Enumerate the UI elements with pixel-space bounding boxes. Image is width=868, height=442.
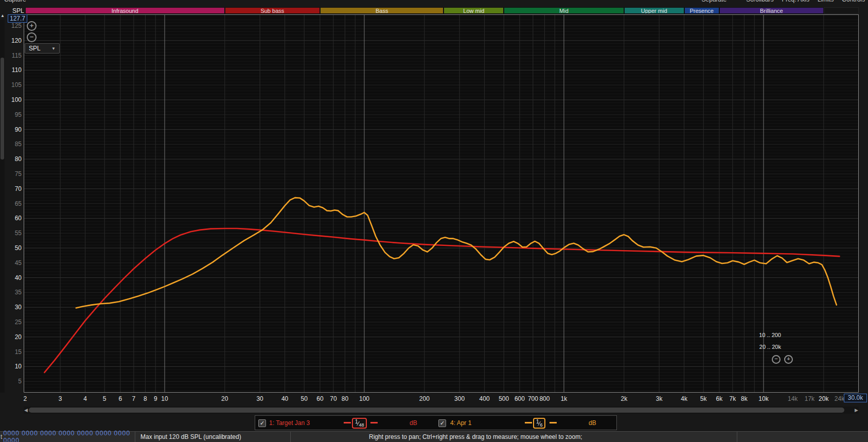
x-tick-400: 400 [480,395,490,402]
check-icon: ✓ [260,420,264,426]
x-zoom-in-button[interactable]: + [784,355,793,364]
trace2-checkbox[interactable]: ✓ [438,419,446,427]
band-unlabeled-region [824,7,859,14]
trace2-smoothing-badge[interactable]: 1⁄6 [533,418,545,429]
trace2-unit[interactable]: dB [589,419,596,427]
x-tick-8k: 8k [741,395,748,402]
range-preset-1[interactable]: 10 .. 200 [750,332,781,338]
x-tick-3: 3 [59,395,62,402]
trace1-smoothing-badge[interactable]: 1⁄48 [352,418,367,429]
x-tick-17k: 17k [805,395,814,402]
x-tick-300: 300 [454,395,465,402]
status-hint: Right press to pan; Ctrl+right press & d… [291,432,737,442]
menu-scrollbars[interactable]: Scrollbars [746,0,773,3]
menu-freq-axis[interactable]: Freq. Axis [782,0,809,3]
trace1-label[interactable]: 1: Target Jan 3 [269,419,310,427]
axis-mode-dropdown[interactable]: SPL ▼ [25,43,60,54]
scroll-up-icon[interactable]: ▲ [1,13,5,18]
x-tick-100: 100 [359,395,369,402]
x-tick-10: 10 [161,395,168,402]
x-tick-2k: 2k [621,395,627,402]
trace2-line-sample [525,422,532,423]
x-tick-9: 9 [154,395,157,402]
scroll-left-icon[interactable]: ◀ [24,408,28,413]
horizontal-scrollbar-thumb[interactable] [29,408,844,413]
y-axis-title: SPL [12,7,24,14]
x-tick-200: 200 [419,395,430,402]
band-brilliance: Brilliance [719,7,824,14]
x-tick-4k: 4k [681,395,687,402]
x-tick-600: 600 [515,395,525,402]
trace2-label[interactable]: 4: Apr 1 [450,419,471,427]
x-tick-5k: 5k [700,395,707,402]
band-bass: Bass [320,7,444,14]
trace1-checkbox[interactable]: ✓ [258,419,266,427]
frac-denominator: 48 [359,422,364,428]
band-sub-bass: Sub bass [225,7,320,14]
status-max-input: Max input 120 dB SPL (uncalibrated) [135,432,291,442]
x-tick-24k: 24k [835,395,844,402]
x-tick-800: 800 [539,395,550,402]
x-zoom-out-button[interactable]: − [772,355,781,364]
status-digits: 0000 0000 0000 0000 0000 0000 0000 0000 [3,432,135,442]
x-tick-40: 40 [281,395,288,402]
frac-numerator: 1 [536,419,539,425]
band-upper-mid: Upper mid [624,7,684,14]
vertical-scrollbar[interactable] [0,20,5,393]
frac-denominator: 6 [540,422,542,428]
menu-limits[interactable]: Limits [818,0,834,3]
menubar: Capture SeparateScrollbarsFreq. AxisLimi… [0,0,868,4]
trace1-unit[interactable]: dB [410,419,417,427]
x-tick-60: 60 [316,395,323,402]
band-mid: Mid [504,7,624,14]
legend-bar: ✓ 1: Target Jan 3 1⁄48 dB ✓ 4: Apr 1 1⁄6… [255,415,617,430]
menu-capture[interactable]: Capture [4,0,26,3]
x-tick-2: 2 [23,395,27,402]
x-tick-6k: 6k [716,395,723,402]
x-tick-3k: 3k [656,395,663,402]
trace2-line-sample [550,422,557,423]
app-window: { "menubar": { "left_item": "Capture", "… [0,0,868,442]
x-tick-7: 7 [132,395,136,402]
spl-chart[interactable] [24,14,859,393]
x-tick-7k: 7k [730,395,736,402]
menu-separate[interactable]: Separate [702,0,727,3]
x-tick-50: 50 [301,395,308,402]
x-tick-8: 8 [144,395,147,402]
x-tick-10k: 10k [758,395,768,402]
x-tick-1k: 1k [561,395,568,402]
band-infrasound: Infrasound [25,7,225,14]
status-spacer [737,432,868,442]
x-tick-20: 20 [221,395,228,402]
trace1-line-sample [370,422,378,423]
curve-target-jan-3 [44,228,839,373]
range-preset-2[interactable]: 20 .. 20k [750,344,781,350]
x-tick-5: 5 [103,395,107,402]
status-bar: t 0000 0000 0000 0000 0000 0000 0000 000… [0,431,868,442]
x-tick-14k: 14k [788,395,798,402]
x-tick-4: 4 [83,395,87,402]
frac-numerator: 1 [355,419,358,425]
y-axis-top-limit-input[interactable]: 127.7 [8,14,27,23]
x-tick-500: 500 [499,395,509,402]
band-low-mid: Low mid [444,7,504,14]
x-tick-20k: 20k [819,395,828,402]
zoom-out-button[interactable]: − [27,32,37,42]
axis-mode-value: SPL [29,45,41,52]
chevron-down-icon: ▼ [51,46,56,51]
x-tick-700: 700 [528,395,538,402]
menu-controls[interactable]: Controls [842,0,865,3]
check-icon: ✓ [440,420,445,426]
horizontal-scrollbar[interactable]: ◀ ▶ [24,406,859,414]
x-axis-max-limit-input[interactable]: 30.0k [844,394,867,402]
band-presence: Presence [684,7,719,14]
x-tick-6: 6 [119,395,122,402]
x-tick-30: 30 [256,395,263,402]
vertical-scrollbar-thumb[interactable] [1,58,4,160]
scroll-right-icon[interactable]: ▶ [855,408,858,413]
x-tick-80: 80 [342,395,348,402]
trace1-line-sample [344,422,351,423]
zoom-in-button[interactable]: + [27,21,37,31]
x-tick-70: 70 [330,395,336,402]
